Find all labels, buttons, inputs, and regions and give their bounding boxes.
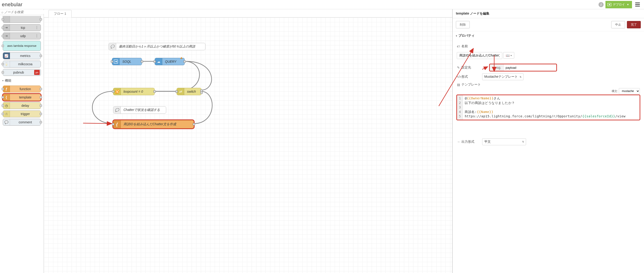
svg-line-3: [482, 67, 488, 69]
node-label: udp: [10, 34, 36, 38]
arrow-right-icon: →: [457, 140, 460, 144]
palette-search[interactable]: ⌕: [0, 9, 44, 15]
tag-icon: 🏷: [457, 44, 460, 48]
node-label: tcp: [10, 26, 36, 29]
palette-node-metrics[interactable]: 📈 metrics: [3, 52, 41, 59]
pubnub-icon: pn: [34, 70, 40, 75]
switch-icon: ⇄: [177, 88, 184, 95]
deploy-label: デプロイ: [613, 2, 625, 7]
palette-node-delay[interactable]: ◷ delay: [3, 102, 41, 109]
template-icon: ▤: [457, 83, 460, 86]
menu-button[interactable]: [633, 0, 642, 9]
search-input[interactable]: [4, 10, 45, 14]
editor-code[interactable]: @{{OwnerName}}さん 以下の商談はどうなりましたか？ 商談名:{{N…: [463, 95, 640, 120]
brace-icon: {: [3, 94, 10, 100]
workspace: フロー 1 💬 最終活動日から1ヶ月以上かつ確度が50％以上の商談: [44, 9, 452, 273]
tab-flow-1[interactable]: フロー 1: [48, 10, 72, 17]
canvas-node-query[interactable]: ☁ QUERY: [155, 58, 185, 65]
node-label: QUERY: [162, 60, 179, 63]
code-icon: </>: [457, 75, 460, 79]
delete-button[interactable]: 削除: [456, 21, 470, 28]
canvas-node-template[interactable]: { 商談IDを組み込んだChatter文を作成: [113, 120, 194, 128]
doc-button[interactable]: 📖 ▾: [503, 52, 514, 58]
dest-type[interactable]: msg.: [490, 64, 504, 71]
canvas-comment-2[interactable]: 💬 Chatterで状況を確認する: [113, 106, 166, 114]
shuffle-icon: 🔀: [113, 88, 121, 95]
node-label: comment: [10, 120, 41, 124]
svg-line-1: [83, 123, 112, 124]
palette-node-function[interactable]: ƒ function: [3, 85, 41, 92]
palette-node-udp[interactable]: udp ⦚: [3, 32, 41, 39]
palette-node-aws-lambda[interactable]: aws lambda response: [3, 41, 41, 51]
label-name: 🏷名前: [457, 44, 482, 48]
category-functions[interactable]: 機能: [0, 77, 44, 84]
comment-icon: 💬: [109, 43, 116, 50]
palette-node-trigger[interactable]: ⎍ trigger: [3, 110, 41, 117]
format-select[interactable]: Mustacheテンプレート⇅: [482, 73, 524, 80]
palette-node-partial[interactable]: [3, 16, 41, 23]
info-icon[interactable]: i: [598, 2, 604, 7]
cloud-icon: ☁: [155, 58, 162, 65]
flow-canvas[interactable]: 💬 最終活動日から1ヶ月以上かつ確度が50％以上の商談 SOQL ☁ QUERY: [44, 17, 452, 273]
node-label: 商談IDを組み込んだChatter文を作成: [121, 122, 179, 126]
chevron-down-icon: ▾: [510, 54, 512, 57]
palette-node-pubnub[interactable]: pubnub pn: [3, 69, 41, 76]
pulse-icon: ⎍: [3, 111, 10, 117]
canvas-comment-1[interactable]: 💬 最終活動日から1ヶ月以上かつ確度が50％以上の商談: [108, 43, 206, 50]
chevron-down-icon: ⇅: [520, 76, 522, 78]
label-template: ▤テンプレート: [457, 82, 482, 87]
comment-icon: 💬: [3, 119, 10, 125]
search-icon: ⌕: [2, 10, 3, 14]
book-icon: 📖: [506, 53, 510, 57]
output-select[interactable]: 平文⇅: [482, 138, 526, 145]
chart-icon: 📈: [3, 52, 10, 59]
node-label: milkcocoa: [10, 62, 41, 66]
palette: ⌕ tcp ⦚ udp ⦚ aws la: [0, 9, 44, 273]
syntax-select[interactable]: mustache: [619, 88, 640, 94]
wires: [44, 17, 452, 273]
fx-icon: ƒ: [3, 86, 10, 92]
deploy-button[interactable]: デプロイ ▾: [606, 1, 632, 8]
clock-icon: ◷: [3, 102, 10, 109]
label-dest: ✎設定先: [457, 65, 482, 70]
palette-node-milkcocoa[interactable]: 🥛 milkcocoa: [3, 61, 41, 67]
name-input[interactable]: [457, 52, 502, 59]
node-label: template: [10, 95, 41, 99]
edit-sidebar: template ノードを編集 削除 中止 完了 プロパティ 🏷名前 📖 ▾ ✎…: [452, 9, 644, 273]
section-properties[interactable]: プロパティ: [453, 31, 644, 40]
status-indicator: [180, 57, 182, 59]
cocoa-icon: 🥛: [3, 61, 10, 67]
chevron-down-icon: ⇅: [522, 140, 524, 143]
dest-input[interactable]: msg.: [490, 64, 556, 71]
syntax-label: 構文:: [612, 89, 618, 93]
brace-icon: {: [113, 120, 121, 128]
node-label: Chatterで状況を確認する: [121, 108, 163, 112]
node-label: pubnub: [3, 70, 34, 74]
canvas-node-switch[interactable]: ⇄ switch: [176, 88, 202, 95]
arrow-icon: [3, 24, 10, 31]
done-button[interactable]: 完了: [627, 21, 641, 28]
node-label: delay: [10, 104, 41, 107]
template-editor[interactable]: 12345 @{{OwnerName}}さん 以下の商談はどうなりましたか？ 商…: [457, 95, 640, 120]
node-label: aws lambda response: [3, 44, 41, 47]
canvas-node-loopcount[interactable]: 🔀 loopcount = 0: [113, 88, 155, 95]
canvas-node-soql[interactable]: SOQL: [112, 58, 142, 65]
select-value: Mustacheテンプレート: [484, 75, 518, 79]
label-format: </>形式: [457, 75, 482, 79]
edit-icon: ✎: [457, 66, 460, 69]
palette-node-comment[interactable]: 💬 comment: [3, 119, 41, 126]
node-label: switch: [184, 90, 199, 93]
dest-value-input[interactable]: [504, 64, 556, 71]
label-output: →出力形式: [457, 140, 482, 144]
palette-node-template[interactable]: { template: [3, 94, 41, 101]
node-label: SOQL: [120, 60, 134, 63]
node-label: 最終活動日から1ヶ月以上かつ確度が50％以上の商談: [116, 44, 198, 49]
chevron-down-icon: ▾: [627, 3, 629, 6]
app-header: enebular i デプロイ ▾: [0, 0, 644, 9]
cancel-button[interactable]: 中止: [611, 21, 625, 28]
node-label: loopcount = 0: [121, 90, 146, 93]
node-label: trigger: [10, 112, 41, 116]
flow-tabs: フロー 1: [44, 9, 452, 17]
palette-node-tcp[interactable]: tcp ⦚: [3, 24, 41, 31]
comment-icon: 💬: [113, 106, 121, 113]
